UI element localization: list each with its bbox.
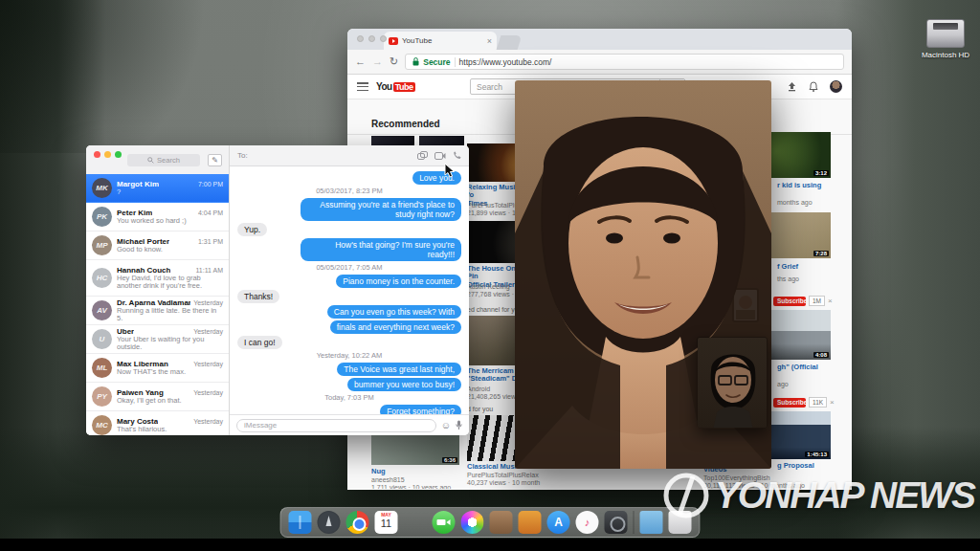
dock-icon-calendar[interactable]: MAY 11 [375, 511, 398, 534]
forward-icon[interactable]: → [372, 56, 383, 67]
conversation-name: Mary Costa [117, 417, 158, 426]
messages-sidebar: Search ✎ MK Margot Kim 7:00 PM ? PK Pete… [86, 145, 230, 435]
recommended-channel-note: ed channel for you [467, 306, 523, 313]
menu-icon[interactable] [357, 82, 368, 91]
facetime-local-video[interactable] [697, 337, 768, 429]
conversation-row[interactable]: U Uber Yesterday Your Uber is waiting fo… [86, 325, 229, 354]
conversation-time: Yesterday [193, 299, 223, 306]
conversation-row[interactable]: MP Michael Porter 1:31 PM Good to know. [86, 231, 229, 260]
imessage-input[interactable]: iMessage [236, 419, 436, 432]
dock-icon-appstore[interactable]: A [547, 511, 570, 534]
conversation-row[interactable]: MC Mary Costa Yesterday That's hilarious… [86, 411, 229, 435]
contact-details-icon[interactable] [417, 151, 428, 160]
dock-icon-folder[interactable] [640, 511, 663, 534]
conversation-preview: You worked so hard ;) [117, 217, 223, 226]
video-channel[interactable]: PurePlusTotalPlusRelax [467, 472, 539, 478]
reload-icon[interactable]: ↻ [390, 56, 398, 67]
search-icon [147, 157, 154, 164]
tab-close-icon[interactable]: × [487, 36, 492, 46]
conversation-row[interactable]: AV Dr. Aparna Vadlamani Yesterday Runnin… [86, 297, 229, 325]
video-channel[interactable]: aneesh815 [371, 476, 405, 483]
video-title[interactable]: r kid is using [777, 182, 836, 189]
macintosh-hd-icon[interactable]: Macintosh HD [909, 19, 980, 59]
chat-out: finals and everything next week? [330, 320, 461, 334]
dock-icon-divider[interactable] [634, 511, 635, 534]
upload-icon[interactable] [787, 81, 797, 92]
conversation-preview: Your Uber is waiting for you outside. [117, 336, 223, 352]
conversation-search-input[interactable]: Search [127, 154, 200, 166]
window-traffic-lights-inactive[interactable] [357, 35, 387, 42]
window-traffic-lights[interactable] [94, 151, 122, 158]
conversation-preview: Running a little late. Be there in 5. [117, 307, 223, 323]
dock-icon-trash[interactable] [669, 511, 692, 534]
video-channel[interactable]: Android [467, 386, 490, 392]
conversation-name: Peter Kim [117, 209, 152, 217]
subscribe-button[interactable]: Subscribe [773, 297, 806, 306]
microphone-icon[interactable] [456, 420, 462, 430]
secure-label: Secure [423, 57, 450, 67]
avatar-initials: MC [96, 421, 107, 430]
phone-call-icon[interactable] [453, 151, 461, 160]
video-channel[interactable]: Austin Keeling [467, 283, 510, 290]
avatar-initials: MK [96, 184, 107, 192]
video-title[interactable]: Nug [371, 468, 431, 475]
dock-icon-launchpad[interactable] [318, 511, 341, 534]
dismiss-icon[interactable]: × [828, 297, 833, 305]
url-separator [455, 57, 456, 67]
dock-icon-photos[interactable] [461, 511, 484, 534]
bell-icon[interactable] [809, 81, 818, 92]
close-window-button[interactable] [94, 151, 100, 158]
subscriber-count: 11K [809, 397, 827, 408]
dock-icon-finder[interactable] [289, 511, 312, 534]
dock-icon-itunes[interactable]: ♪ [576, 511, 599, 534]
account-avatar[interactable] [830, 80, 842, 93]
dismiss-icon[interactable]: × [830, 398, 835, 407]
video-meta: months ago [777, 199, 813, 206]
conversation-row[interactable]: PK Peter Kim 4:04 PM You worked so hard … [86, 203, 229, 231]
avatar: PK [92, 207, 112, 227]
messages-sidebar-header[interactable]: Search ✎ [86, 145, 229, 174]
conversation-name: Dr. Aparna Vadlamani [117, 298, 190, 307]
conversation-row[interactable]: MK Margot Kim 7:00 PM ? [86, 174, 229, 203]
video-title[interactable]: f Grief [777, 263, 836, 271]
video-channel[interactable]: Top100EverythingBish [703, 474, 770, 481]
dock-icon-prefs[interactable] [605, 511, 628, 534]
back-icon[interactable]: ← [355, 56, 366, 67]
new-tab-button[interactable] [497, 35, 523, 50]
recommended-heading: Recommended [371, 119, 440, 129]
video-call-man [698, 338, 768, 429]
avatar: U [92, 329, 112, 349]
avatar: MP [92, 235, 112, 255]
conversation-row[interactable]: PY Paiwen Yang Yesterday Okay, I'll get … [86, 383, 229, 411]
conversation-time: 1:31 PM [198, 238, 223, 245]
duration-badge: 3:12 [813, 170, 829, 176]
emoji-icon[interactable]: ☺ [441, 421, 451, 430]
dock-icon-chrome[interactable] [346, 511, 369, 534]
video-title[interactable]: g Proposal [777, 462, 836, 470]
conversation-list: MK Margot Kim 7:00 PM ? PK Peter Kim 4:0… [86, 174, 229, 435]
compose-icon[interactable]: ✎ [208, 154, 222, 166]
chat-header[interactable]: To: [230, 145, 469, 166]
dock: MAY 11 A ♪ [280, 507, 701, 538]
address-bar[interactable]: Secure https://www.youtube.com/ [405, 54, 844, 70]
dock-icon-facetime[interactable] [433, 511, 456, 534]
minimize-window-button[interactable] [104, 151, 111, 158]
subscribe-button[interactable]: Subscribe [773, 398, 806, 408]
avatar-initials: PY [97, 392, 107, 401]
conversation-preview: Hey David, I'd love to grab another drin… [117, 275, 223, 291]
avatar-initials: ML [97, 364, 108, 372]
subscribe-row: Subscribe 11K × [773, 397, 835, 408]
conversation-row[interactable]: ML Max Liberman Yesterday Now THAT's the… [86, 354, 229, 383]
dock-icon-contacts[interactable] [490, 511, 513, 534]
conversation-time: 7:00 PM [198, 181, 223, 187]
conversation-row[interactable]: HC Hannah Couch 11:11 AM Hey David, I'd … [86, 260, 229, 297]
to-label: To: [237, 151, 248, 160]
conversation-name: Michael Porter [117, 237, 169, 246]
dock-icon-mail[interactable] [519, 511, 542, 534]
zoom-window-button[interactable] [115, 151, 122, 158]
browser-tab[interactable]: YouTube × [384, 32, 497, 50]
video-title[interactable]: gh" (Official [777, 364, 836, 371]
youtube-logo[interactable]: You Tube [376, 81, 415, 92]
video-call-icon[interactable] [434, 152, 446, 160]
avatar: MC [92, 415, 112, 435]
